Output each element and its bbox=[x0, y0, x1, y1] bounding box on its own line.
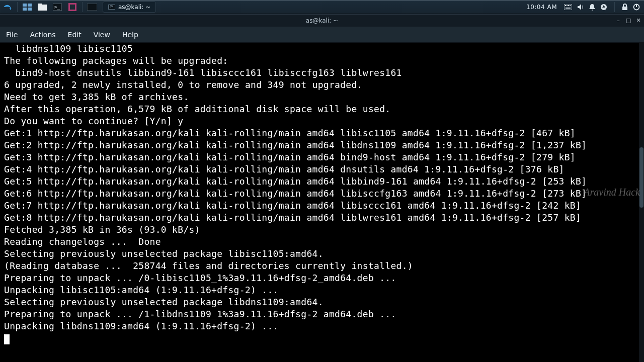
lock-icon[interactable] bbox=[622, 4, 628, 11]
terminal-line: Get:3 http://ftp.harukasan.org/kali kali… bbox=[4, 151, 640, 163]
system-tray: 10:04 AM bbox=[522, 1, 644, 14]
show-desktop-icon[interactable] bbox=[20, 1, 34, 13]
svg-rect-15 bbox=[570, 5, 571, 6]
svg-rect-10 bbox=[87, 4, 97, 11]
menu-actions[interactable]: Actions bbox=[30, 31, 55, 39]
svg-rect-2 bbox=[23, 8, 27, 11]
svg-text:>_: >_ bbox=[54, 5, 60, 10]
updates-icon[interactable] bbox=[600, 4, 607, 11]
svg-rect-23 bbox=[636, 4, 637, 7]
window-titlebar[interactable]: as@kali: ~ – □ ✕ bbox=[0, 15, 644, 27]
file-manager-icon[interactable] bbox=[35, 1, 49, 13]
system-top-panel: >_ as@kali: ~ 10:04 AM bbox=[0, 0, 644, 14]
notifications-icon[interactable] bbox=[589, 4, 595, 11]
maximize-button[interactable]: □ bbox=[625, 17, 632, 24]
terminal-line: Selecting previously unselected package … bbox=[4, 248, 640, 260]
app-launcher-icon[interactable] bbox=[65, 1, 79, 13]
terminal-icon bbox=[108, 5, 115, 10]
svg-rect-21 bbox=[622, 7, 627, 10]
svg-rect-11 bbox=[564, 4, 572, 10]
terminal-line: After this operation, 6,579 kB of additi… bbox=[4, 103, 640, 115]
terminal-line: Need to get 3,385 kB of archives. bbox=[4, 91, 640, 103]
svg-point-18 bbox=[592, 10, 593, 11]
terminal-line: Unpacking libisc1105:amd64 (1:9.11.16+df… bbox=[4, 284, 640, 296]
scrollbar-thumb[interactable] bbox=[639, 147, 643, 208]
terminal-output[interactable]: libdns1109 libisc1105The following packa… bbox=[0, 43, 644, 362]
terminal-line: Get:8 http://ftp.harukasan.org/kali kali… bbox=[4, 212, 640, 224]
terminal-line: Get:1 http://ftp.harukasan.org/kali kali… bbox=[4, 127, 640, 139]
terminal-window: as@kali: ~ – □ ✕ File Actions Edit View … bbox=[0, 14, 644, 362]
terminal-line: Selecting previously unselected package … bbox=[4, 296, 640, 308]
terminal-line: The following packages will be upgraded: bbox=[4, 55, 640, 67]
terminal-line: Fetched 3,385 kB in 36s (93.0 kB/s) bbox=[4, 224, 640, 236]
svg-rect-13 bbox=[567, 5, 568, 6]
menu-file[interactable]: File bbox=[6, 31, 18, 39]
window-title: as@kali: ~ bbox=[306, 17, 338, 24]
menu-view[interactable]: View bbox=[94, 31, 110, 39]
svg-rect-12 bbox=[565, 5, 566, 6]
svg-rect-16 bbox=[566, 8, 571, 9]
svg-marker-17 bbox=[578, 4, 581, 10]
terminal-line: Preparing to unpack ... /1-libdns1109_1%… bbox=[4, 308, 640, 320]
taskbar-item-terminal[interactable]: as@kali: ~ bbox=[103, 2, 156, 13]
menu-help[interactable]: Help bbox=[122, 31, 138, 39]
power-icon[interactable] bbox=[633, 4, 640, 11]
terminal-line: (Reading database ... 258744 files and d… bbox=[4, 260, 640, 272]
terminal-line: bind9-host dnsutils libbind9-161 libiscc… bbox=[4, 67, 640, 79]
terminal-scrollbar[interactable] bbox=[639, 42, 644, 362]
terminal-line: Preparing to unpack ... /0-libisc1105_1%… bbox=[4, 272, 640, 284]
terminal-menubar: File Actions Edit View Help bbox=[0, 27, 644, 43]
svg-rect-9 bbox=[70, 5, 75, 10]
terminal-line: Unpacking libdns1109:amd64 (1:9.11.16+df… bbox=[4, 320, 640, 332]
terminal-cursor-line bbox=[4, 332, 640, 344]
panel-divider bbox=[82, 2, 83, 12]
terminal-launcher-icon[interactable]: >_ bbox=[50, 1, 64, 13]
terminal-line: Get:4 http://ftp.harukasan.org/kali kali… bbox=[4, 163, 640, 175]
terminal-line: Do you want to continue? [Y/n] y bbox=[4, 115, 640, 127]
terminal-line: Get:7 http://ftp.harukasan.org/kali kali… bbox=[4, 200, 640, 212]
svg-rect-0 bbox=[23, 4, 27, 7]
volume-icon[interactable] bbox=[577, 4, 584, 11]
panel-divider bbox=[614, 2, 615, 12]
terminal-line: Get:6 http://ftp.harukasan.org/kali kali… bbox=[4, 188, 640, 200]
svg-rect-5 bbox=[38, 4, 42, 6]
terminal-line: Get:5 http://ftp.harukasan.org/kali kali… bbox=[4, 175, 640, 188]
menu-edit[interactable]: Edit bbox=[68, 31, 82, 39]
keyboard-icon[interactable] bbox=[564, 4, 572, 10]
minimize-button[interactable]: – bbox=[615, 17, 622, 24]
taskbar-item-label: as@kali: ~ bbox=[118, 4, 150, 11]
terminal-line: libdns1109 libisc1105 bbox=[4, 43, 640, 55]
svg-rect-1 bbox=[28, 4, 32, 7]
kali-menu-icon[interactable] bbox=[1, 1, 15, 13]
svg-rect-3 bbox=[28, 8, 32, 11]
close-button[interactable]: ✕ bbox=[635, 17, 642, 24]
svg-rect-14 bbox=[568, 5, 569, 6]
clock[interactable]: 10:04 AM bbox=[526, 4, 557, 11]
terminal-line: Reading changelogs ... Done bbox=[4, 236, 640, 248]
cursor bbox=[4, 334, 10, 344]
workspace-switcher-icon[interactable] bbox=[85, 1, 99, 13]
panel-divider bbox=[17, 2, 18, 12]
terminal-line: 6 upgraded, 2 newly installed, 0 to remo… bbox=[4, 79, 640, 91]
terminal-line: Get:2 http://ftp.harukasan.org/kali kali… bbox=[4, 139, 640, 151]
